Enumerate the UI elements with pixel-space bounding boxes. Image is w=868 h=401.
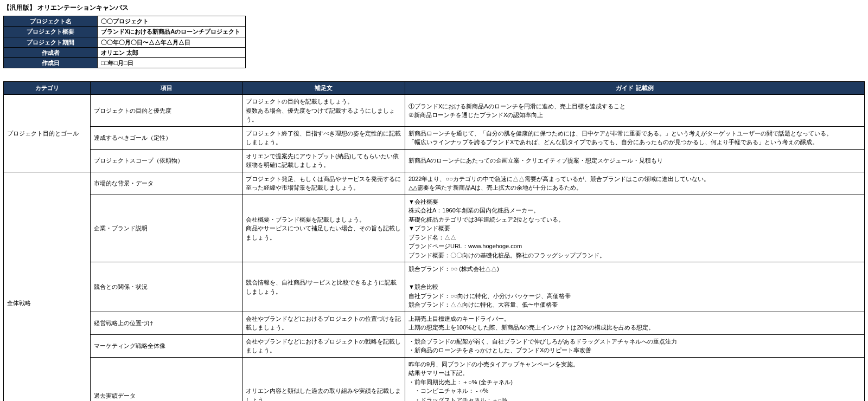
example-cell: 新商品Aのローンチにあたっての企画立案・クリエイティブ提案・想定スケジュール・見… <box>405 149 865 172</box>
table-row: 競合との関係・状況競合情報を、自社商品/サービスと比較できるように記載しましょう… <box>4 262 865 312</box>
info-label-period: プロジェクト期間 <box>4 37 98 47</box>
item-cell: 競合との関係・状況 <box>91 262 242 312</box>
header-example: ガイド 記載例 <box>405 82 865 95</box>
supplement-cell: 会社やブランドなどにおけるプロジェクトの位置づけを記載しましょう。 <box>242 312 405 334</box>
header-supplement: 補足文 <box>242 82 405 95</box>
example-cell: ①ブランドXにおける新商品Aのローンチを円滑に進め、売上目標を達成すること ②新… <box>405 95 865 127</box>
item-cell: 過去実績データ <box>91 357 242 401</box>
table-row: 企業・ブランド説明会社概要・ブランド概要を記載しましょう。 商品やサービスについ… <box>4 195 865 262</box>
table-row: 達成するべきゴール（定性）プロジェクト終了後、目指すべき理想の姿を定性的に記載し… <box>4 126 865 149</box>
table-row: マーケティング戦略全体像会社やブランドなどにおけるプロジェクトの戦略を記載しまし… <box>4 334 865 357</box>
supplement-cell: 競合情報を、自社商品/サービスと比較できるように記載しましょう。 <box>242 262 405 312</box>
info-value-name: 〇〇プロジェクト <box>98 16 246 27</box>
table-row: 経営戦略上の位置づけ会社やブランドなどにおけるプロジェクトの位置づけを記載しまし… <box>4 312 865 334</box>
supplement-cell: 会社概要・ブランド概要を記載しましょう。 商品やサービスについて補足したい場合、… <box>242 195 405 262</box>
info-value-period: 〇〇年〇月〇日〜△△年△月△日 <box>98 37 246 47</box>
item-cell: 達成するべきゴール（定性） <box>91 126 242 149</box>
info-label-name: プロジェクト名 <box>4 16 98 27</box>
category-cell: プロジェクト目的とゴール <box>4 95 91 172</box>
item-cell: 経営戦略上の位置づけ <box>91 312 242 334</box>
supplement-cell: オリエン内容と類似した過去の取り組みや実績を記載しましょう。 <box>242 357 405 401</box>
header-item: 項目 <box>91 82 242 95</box>
item-cell: 企業・ブランド説明 <box>91 195 242 262</box>
header-category: カテゴリ <box>4 82 91 95</box>
example-cell: 競合ブランド：○○ (株式会社△△) ▼競合比較 自社ブランド：○○向けに特化、… <box>405 262 865 312</box>
info-label-author: 作成者 <box>4 47 98 57</box>
info-label-date: 作成日 <box>4 58 98 68</box>
table-row: 全体戦略市場的な背景・データプロジェクト発足、もしくは商品やサービスを発売するに… <box>4 172 865 195</box>
item-cell: プロジェクトの目的と優先度 <box>91 95 242 127</box>
table-row: プロジェクトスコープ（依頼物）オリエンで提案先にアウトプット(納品)してもらいた… <box>4 149 865 172</box>
info-value-author: オリエン 太郎 <box>98 47 246 57</box>
item-cell: 市場的な背景・データ <box>91 172 242 195</box>
supplement-cell: プロジェクト終了後、目指すべき理想の姿を定性的に記載しましょう。 <box>242 126 405 149</box>
supplement-cell: オリエンで提案先にアウトプット(納品)してもらいたい依頼物を明確に記載しましょう… <box>242 149 405 172</box>
table-row: 過去実績データオリエン内容と類似した過去の取り組みや実績を記載しましょう。昨年の… <box>4 357 865 401</box>
item-cell: プロジェクトスコープ（依頼物） <box>91 149 242 172</box>
info-value-overview: ブランドXにおける新商品Aのローンチプロジェクト <box>98 27 246 37</box>
table-row: プロジェクト目的とゴールプロジェクトの目的と優先度プロジェクトの目的を記載しまし… <box>4 95 865 127</box>
example-cell: ▼会社概要 株式会社A：1960年創業の国内化粧品メーカー。 基礎化粧品カテゴリ… <box>405 195 865 262</box>
page-title: 【汎用版】 オリエンテーションキャンバス <box>3 3 865 12</box>
example-cell: 昨年の9月、同ブランドの小売タイアップキャンペーンを実施。 結果サマリーは下記。… <box>405 357 865 401</box>
example-cell: 2022年より、○○カテゴリの中で急速に△△需要が高まっているが、競合ブランドは… <box>405 172 865 195</box>
supplement-cell: プロジェクト発足、もしくは商品やサービスを発売するに至った経緯や市場背景を記載し… <box>242 172 405 195</box>
main-table: カテゴリ 項目 補足文 ガイド 記載例 プロジェクト目的とゴールプロジェクトの目… <box>3 81 865 401</box>
example-cell: 上期売上目標達成のキードライバー。 上期の想定売上を100%とした際、新商品Aの… <box>405 312 865 334</box>
category-cell: 全体戦略 <box>4 172 91 401</box>
example-cell: 新商品ローンチを通じて、「自分の肌を健康的に保つためには、日中ケアが非常に重要で… <box>405 126 865 149</box>
info-label-overview: プロジェクト概要 <box>4 27 98 37</box>
item-cell: マーケティング戦略全体像 <box>91 334 242 357</box>
supplement-cell: 会社やブランドなどにおけるプロジェクトの戦略を記載しましょう。 <box>242 334 405 357</box>
info-table: プロジェクト名 〇〇プロジェクト プロジェクト概要 ブランドXにおける新商品Aの… <box>3 16 246 68</box>
supplement-cell: プロジェクトの目的を記載しましょう。 複数ある場合、優先度をつけて記載するように… <box>242 95 405 127</box>
example-cell: ・競合ブランドの配架が弱く、自社ブランドで伸びしろがあるドラッグストアチャネルへ… <box>405 334 865 357</box>
info-value-date: □□年□月□日 <box>98 58 246 68</box>
